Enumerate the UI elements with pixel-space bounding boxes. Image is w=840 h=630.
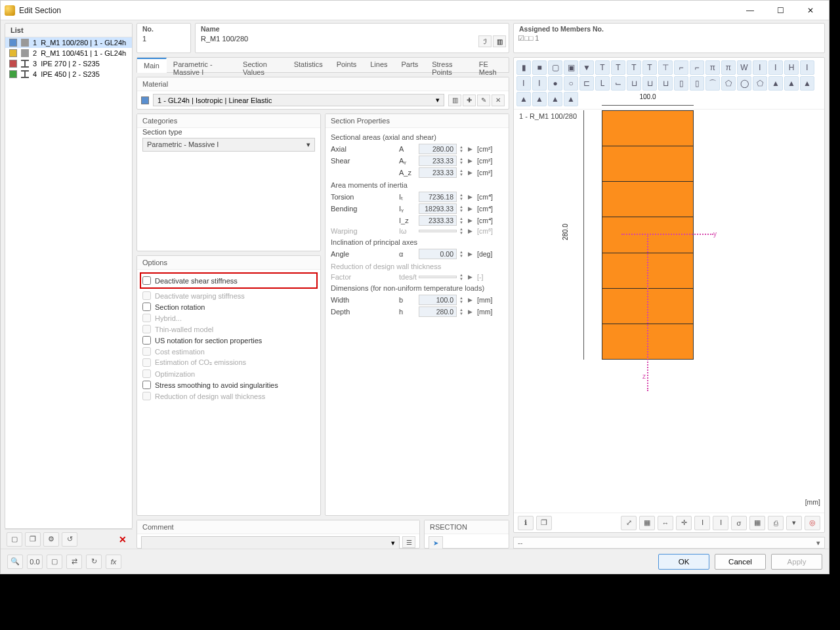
tab-parts[interactable]: Parts (395, 58, 426, 72)
play-icon[interactable]: ▶ (468, 217, 474, 224)
shape-T-icon[interactable]: T (595, 60, 610, 75)
option-checkbox[interactable] (142, 336, 151, 345)
comment-pick-icon[interactable]: ☰ (402, 536, 415, 548)
shape-ring-icon[interactable]: ○ (564, 76, 578, 91)
refresh-icon[interactable]: ↻ (86, 555, 102, 569)
shape-I3-icon[interactable]: Ⅰ (800, 60, 814, 75)
shape-U-icon[interactable]: ⊔ (627, 76, 641, 91)
preview-axes-icon[interactable]: ✛ (676, 516, 692, 530)
prop-value-input[interactable]: 100.0 (419, 295, 457, 305)
shape-I4-icon[interactable]: Ⅰ (516, 76, 531, 91)
prop-value-input[interactable]: 233.33 (419, 156, 457, 166)
no-value[interactable]: 1 (137, 33, 190, 46)
help-icon[interactable]: 🔍 (7, 555, 23, 569)
play-icon[interactable]: ▶ (468, 251, 474, 257)
preview-print-icon[interactable]: ⎙ (768, 516, 784, 530)
new-icon[interactable]: ▢ (7, 532, 22, 547)
preview-i2-icon[interactable]: Ⅰ (713, 516, 728, 530)
copy-icon[interactable]: ❐ (25, 532, 41, 547)
prop-value-input[interactable]: 0.00 (419, 249, 457, 259)
prop-value-input[interactable]: 280.0 (419, 306, 457, 317)
name-value[interactable]: R_M1 100/280 (196, 33, 509, 46)
spinner-icon[interactable]: ▲▼ (459, 217, 465, 224)
preview-grid-icon[interactable]: ▦ (639, 516, 655, 530)
spinner-icon[interactable]: ▲▼ (459, 193, 465, 201)
material-select[interactable]: 1 - GL24h | Isotropic | Linear Elastic▾ (153, 94, 444, 106)
preview-i-icon[interactable]: Ⅰ (694, 516, 710, 530)
play-icon[interactable]: ▶ (468, 146, 474, 152)
shape-rect-icon[interactable]: ▮ (516, 60, 531, 75)
shape-I5-icon[interactable]: Ⅰ (532, 76, 547, 91)
shape-H-icon[interactable]: H (784, 60, 799, 75)
shape-W-icon[interactable]: W (737, 60, 751, 75)
shape-hollow-icon[interactable]: ▢ (548, 60, 562, 75)
delete-icon[interactable]: ✕ (115, 532, 131, 547)
tab-stress-points[interactable]: Stress Points (425, 58, 472, 72)
shape-L-icon[interactable]: ⌐ (674, 60, 688, 75)
tab-statistics[interactable]: Statistics (287, 58, 330, 72)
shape-I-icon[interactable]: Ⅰ (753, 60, 767, 75)
tab-section-values[interactable]: Section Values (236, 58, 287, 72)
tool-a-icon[interactable]: ⚙ (43, 532, 59, 547)
spinner-icon[interactable]: ▲▼ (459, 296, 465, 304)
cancel-button[interactable]: Cancel (715, 554, 766, 570)
shape-T5-icon[interactable]: ⊤ (658, 60, 673, 75)
preview-mesh-icon[interactable]: ▦ (749, 516, 765, 530)
shape-a-icon[interactable]: ▲ (768, 76, 783, 91)
rsection-launch-icon[interactable]: ➤ (429, 536, 443, 549)
option-checkbox[interactable] (142, 381, 151, 389)
shape-c-icon[interactable]: ▲ (800, 76, 814, 91)
shape-square-icon[interactable]: ■ (532, 60, 547, 75)
spinner-icon[interactable]: ▲▼ (459, 308, 465, 316)
units-icon[interactable]: 0.0 (27, 555, 43, 569)
play-icon[interactable]: ▶ (468, 205, 474, 212)
preview-dim-icon[interactable]: ↔ (658, 516, 673, 530)
mat-edit-icon[interactable]: ✎ (477, 94, 490, 106)
option-0[interactable]: Deactivate shear stiffness (142, 275, 315, 286)
assigned-value[interactable]: ☑□□ 1 (514, 33, 824, 46)
option-checkbox[interactable] (142, 276, 151, 285)
preview-stress-icon[interactable]: σ (731, 516, 747, 530)
shape-d-icon[interactable]: ▲ (516, 92, 531, 106)
shape-C-icon[interactable]: ⊏ (579, 76, 594, 91)
shape-L2-icon[interactable]: ⌐ (690, 60, 704, 75)
tab-main[interactable]: Main (137, 58, 167, 73)
prop-value-input[interactable]: 280.00 (419, 144, 457, 154)
shape-col-icon[interactable]: ▯ (674, 76, 688, 91)
shape-e-icon[interactable]: ▲ (532, 92, 547, 106)
preview-fit-icon[interactable]: ⤢ (621, 516, 637, 530)
mat-delete-icon[interactable]: ✕ (492, 94, 505, 106)
shape-b-icon[interactable]: ▲ (784, 76, 799, 91)
option-2[interactable]: Section rotation (142, 301, 315, 312)
preview-info-icon[interactable]: ℹ (518, 516, 534, 530)
shape-L3-icon[interactable]: L (595, 76, 610, 91)
apply-button[interactable]: Apply (771, 554, 822, 570)
shape-I2-icon[interactable]: Ⅰ (768, 60, 783, 75)
shape-step-icon[interactable]: ⌙ (611, 76, 625, 91)
option-5[interactable]: US notation for section properties (142, 335, 315, 346)
play-icon[interactable]: ▶ (468, 169, 474, 176)
shape-U3-icon[interactable]: ⊔ (658, 76, 673, 91)
library-icon[interactable]: ▥ (493, 35, 506, 47)
shape-oval-icon[interactable]: ◯ (737, 76, 751, 91)
close-button[interactable]: ✕ (796, 1, 825, 20)
tab-points[interactable]: Points (330, 58, 364, 72)
shape-col2-icon[interactable]: ▯ (690, 76, 704, 91)
shape-poly-icon[interactable]: ⬠ (721, 76, 736, 91)
shape-pi-icon[interactable]: π (705, 60, 720, 75)
option-checkbox[interactable] (142, 303, 151, 311)
shape-T2-icon[interactable]: T (611, 60, 625, 75)
section-type-select[interactable]: Parametric - Massive I▾ (142, 138, 315, 152)
spinner-icon[interactable]: ▲▼ (459, 250, 465, 258)
prop-value-input[interactable]: 2333.33 (419, 215, 457, 226)
tab-lines[interactable]: Lines (364, 58, 394, 72)
shape-pi2-icon[interactable]: π (721, 60, 736, 75)
preview-more-icon[interactable]: ▾ (786, 516, 802, 530)
shape-g-icon[interactable]: ▲ (564, 92, 578, 106)
tree-icon[interactable]: ⇄ (66, 555, 82, 569)
shape-U2-icon[interactable]: ⊔ (642, 76, 657, 91)
prop-value-input[interactable]: 7236.18 (419, 192, 457, 202)
function-icon[interactable]: fx (106, 555, 121, 569)
tab-fe-mesh[interactable]: FE Mesh (472, 58, 509, 72)
preview-copy-icon[interactable]: ❐ (536, 516, 552, 530)
